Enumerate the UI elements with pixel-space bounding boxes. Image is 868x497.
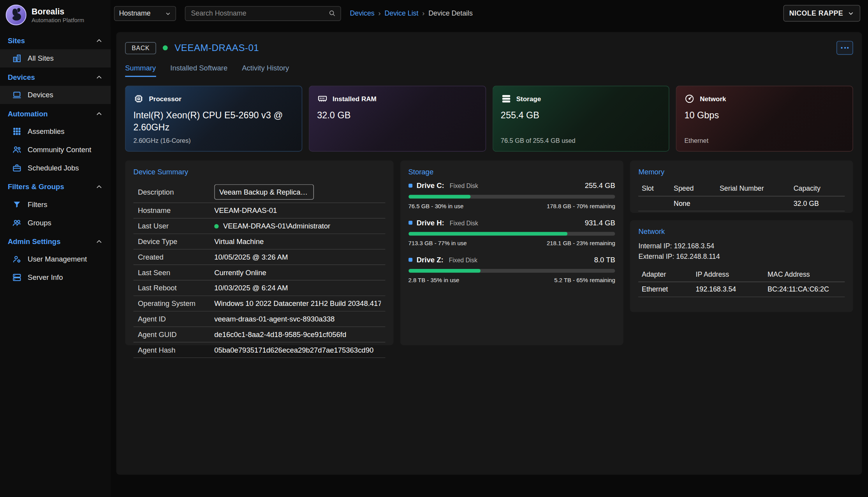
drive-usage-bar (408, 269, 615, 273)
col-capacity: Capacity (794, 185, 842, 193)
breadcrumb-devices[interactable]: Devices (350, 9, 374, 17)
col-ip-address: IP Address (695, 270, 768, 278)
back-button[interactable]: BACK (125, 42, 156, 54)
col-slot: Slot (642, 185, 674, 193)
search-box (185, 6, 341, 21)
sidebar-item-label: Server Info (28, 273, 63, 281)
right-column: Memory Slot Speed Serial Number Capacity… (630, 160, 853, 312)
server-info-icon (12, 273, 21, 282)
memory-speed: None (674, 200, 720, 207)
external-ip: External IP: 162.248.8.114 (639, 252, 845, 263)
summary-row-agent-hash: Agent Hash 05ba0e7935171d626ecea29b27d7a… (134, 342, 385, 358)
brand-subtitle: Automation Platform (32, 16, 84, 23)
sidebar-item-devices[interactable]: Devices (0, 86, 111, 104)
chevron-up-icon (95, 183, 103, 191)
summary-value: VEEAM-DRAAS-01\Administrator (223, 222, 330, 230)
sidebar-item-scheduled-jobs[interactable]: Scheduled Jobs (0, 159, 111, 177)
summary-row-created: Created 10/05/2025 @ 3:26 AM (134, 249, 385, 265)
stat-cards-row: Processor Intel(R) Xeon(R) CPU E5-2690 v… (125, 86, 853, 151)
breadcrumb-device-list[interactable]: Device List (385, 9, 419, 17)
summary-row-last-reboot: Last Reboot 10/03/2025 @ 6:24 AM (134, 281, 385, 296)
description-input[interactable] (214, 184, 314, 200)
hostname-filter-select[interactable]: Hostname (114, 6, 176, 21)
tabs: Summary Installed Software Activity Hist… (125, 63, 853, 77)
ip-addresses: Internal IP: 192.168.3.54 External IP: 1… (639, 241, 845, 263)
processor-icon (134, 93, 144, 104)
sidebar-section-filters-groups[interactable]: Filters & Groups (0, 177, 111, 195)
col-speed: Speed (674, 185, 720, 193)
sidebar-item-community-content[interactable]: Community Content (0, 140, 111, 159)
summary-label: Agent Hash (138, 346, 214, 354)
sidebar-section-admin-settings[interactable]: Admin Settings (0, 232, 111, 250)
drive-bullet-icon (408, 221, 412, 225)
sidebar-item-label: All Sites (28, 54, 54, 62)
drive-name: Drive C: (417, 181, 444, 190)
chevron-up-icon (95, 238, 103, 246)
sidebar-item-server-info[interactable]: Server Info (0, 268, 111, 286)
search-input[interactable] (190, 9, 328, 18)
search-icon[interactable] (328, 9, 336, 17)
assemblies-icon (12, 127, 21, 136)
drive-remaining: 178.8 GB - 70% remaining (547, 202, 615, 209)
drive-usage-bar (408, 232, 615, 236)
panels-row: Device Summary Description Hostname VEEA… (125, 160, 853, 345)
tab-activity-history[interactable]: Activity History (242, 63, 289, 77)
sidebar-section-devices[interactable]: Devices (0, 67, 111, 86)
tab-summary[interactable]: Summary (125, 63, 156, 77)
col-adapter: Adapter (642, 270, 695, 278)
tab-installed-software[interactable]: Installed Software (170, 63, 227, 77)
summary-label: Agent GUID (138, 330, 214, 339)
drive-bullet-icon (408, 258, 412, 262)
sidebar-section-sites[interactable]: Sites (0, 31, 111, 49)
summary-label: Device Type (138, 237, 214, 246)
sidebar-section-automation[interactable]: Automation (0, 104, 111, 122)
drive-type: Fixed Disk (449, 256, 477, 263)
summary-row-last-seen: Last Seen Currently Online (134, 265, 385, 281)
sidebar-item-assemblies[interactable]: Assemblies (0, 122, 111, 140)
sidebar-item-label: Assemblies (28, 127, 64, 135)
sidebar-item-label: Groups (28, 219, 51, 227)
drive-h: Drive H: Fixed Disk 931.4 GB 713.3 GB - … (408, 219, 615, 246)
drive-z: Drive Z: Fixed Disk 8.0 TB 2.8 TB - 35% … (408, 256, 615, 283)
network-panel: Network Internal IP: 192.168.3.54 Extern… (630, 220, 853, 312)
drive-type: Fixed Disk (450, 220, 478, 226)
sidebar-item-label: Filters (28, 200, 47, 209)
drive-usage-fill (408, 232, 567, 236)
filters-icon (12, 200, 21, 209)
user-menu-button[interactable]: NICOLE RAPPE (783, 5, 860, 22)
chevron-up-icon (95, 110, 103, 118)
memory-capacity: 32.0 GB (794, 200, 842, 207)
drive-name: Drive H: (417, 219, 444, 227)
storage-card: Storage 255.4 GB 76.5 GB of 255.4 GB use… (493, 86, 670, 151)
more-actions-button[interactable] (836, 41, 853, 55)
sidebar-item-filters[interactable]: Filters (0, 195, 111, 214)
adapter-ip: 192.168.3.54 (695, 285, 768, 293)
user-management-icon (12, 255, 21, 264)
memory-table-header: Slot Speed Serial Number Capacity (639, 181, 845, 196)
sidebar-item-user-management[interactable]: User Management (0, 250, 111, 269)
breadcrumb-separator: › (422, 9, 424, 17)
device-summary-panel: Device Summary Description Hostname VEEA… (125, 160, 393, 345)
brand-text: Borealis Automation Platform (32, 7, 84, 23)
sidebar-item-groups[interactable]: Groups (0, 214, 111, 232)
network-icon (684, 93, 695, 104)
summary-value: de16c0c1-8aa2-4d18-9585-9ce91cf056fd (214, 330, 380, 339)
sidebar-item-all-sites[interactable]: All Sites (0, 49, 111, 68)
drive-c: Drive C: Fixed Disk 255.4 GB 76.5 GB - 3… (408, 181, 615, 209)
sidebar-item-label: Devices (28, 91, 53, 99)
sidebar: Borealis Automation Platform Sites All S… (0, 0, 111, 497)
summary-value: veeam-draas-01-agent-svc-8930a338 (214, 315, 380, 323)
sidebar-item-label: Community Content (28, 146, 91, 154)
stat-label: Network (700, 95, 726, 103)
drive-bullet-icon (408, 184, 412, 188)
stat-value: Intel(R) Xeon(R) CPU E5-2690 v3 @ 2.60GH… (134, 109, 294, 133)
summary-row-hostname: Hostname VEEAM-DRAAS-01 (134, 203, 385, 219)
network-card: Network 10 Gbps Ethernet (676, 86, 853, 151)
adapter-name: Ethernet (642, 285, 695, 293)
user-status-dot (214, 224, 218, 228)
brand-name: Borealis (32, 7, 84, 17)
stat-footer: Ethernet (684, 137, 845, 144)
app-root: Borealis Automation Platform Sites All S… (0, 0, 868, 497)
breadcrumb: Devices › Device List › Device Details (350, 9, 472, 17)
summary-label: Created (138, 253, 214, 261)
